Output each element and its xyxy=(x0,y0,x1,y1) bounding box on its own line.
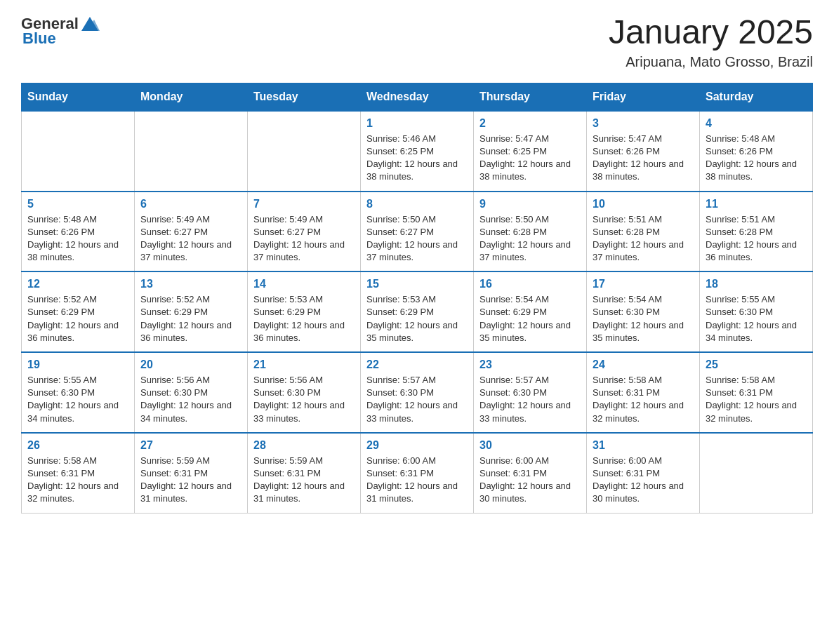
calendar-cell: 14Sunrise: 5:53 AMSunset: 6:29 PMDayligh… xyxy=(248,271,361,352)
day-number: 21 xyxy=(253,358,355,371)
day-number: 25 xyxy=(706,358,807,371)
day-number: 5 xyxy=(27,198,128,210)
day-info: Sunrise: 5:50 AMSunset: 6:27 PMDaylight:… xyxy=(366,213,468,264)
day-info: Sunrise: 5:55 AMSunset: 6:30 PMDaylight:… xyxy=(706,293,807,344)
day-info: Sunrise: 5:57 AMSunset: 6:30 PMDaylight:… xyxy=(479,374,581,425)
calendar-cell: 31Sunrise: 6:00 AMSunset: 6:31 PMDayligh… xyxy=(587,433,700,513)
day-info: Sunrise: 5:54 AMSunset: 6:30 PMDaylight:… xyxy=(593,293,694,344)
day-number: 28 xyxy=(253,439,355,452)
day-info: Sunrise: 6:00 AMSunset: 6:31 PMDaylight:… xyxy=(593,455,694,506)
week-row-4: 19Sunrise: 5:55 AMSunset: 6:30 PMDayligh… xyxy=(22,352,813,433)
calendar-cell: 21Sunrise: 5:56 AMSunset: 6:30 PMDayligh… xyxy=(248,352,361,433)
week-row-5: 26Sunrise: 5:58 AMSunset: 6:31 PMDayligh… xyxy=(22,433,813,513)
weekday-header-row: Sunday Monday Tuesday Wednesday Thursday… xyxy=(22,83,813,111)
calendar-cell: 27Sunrise: 5:59 AMSunset: 6:31 PMDayligh… xyxy=(135,433,248,513)
day-info: Sunrise: 5:59 AMSunset: 6:31 PMDaylight:… xyxy=(253,455,355,506)
day-number: 13 xyxy=(140,278,241,290)
logo-blue-text: Blue xyxy=(22,29,56,48)
day-info: Sunrise: 5:52 AMSunset: 6:29 PMDaylight:… xyxy=(140,293,241,344)
day-number: 24 xyxy=(593,358,694,371)
calendar-cell: 16Sunrise: 5:54 AMSunset: 6:29 PMDayligh… xyxy=(474,271,587,352)
day-info: Sunrise: 6:00 AMSunset: 6:31 PMDaylight:… xyxy=(479,455,581,506)
day-info: Sunrise: 5:49 AMSunset: 6:27 PMDaylight:… xyxy=(140,213,241,264)
header-wednesday: Wednesday xyxy=(361,83,474,111)
day-number: 11 xyxy=(706,198,807,210)
day-number: 18 xyxy=(706,278,807,290)
day-info: Sunrise: 5:58 AMSunset: 6:31 PMDaylight:… xyxy=(27,455,128,506)
page-header: General Blue January 2025 Aripuana, Mato… xyxy=(21,14,813,70)
day-number: 9 xyxy=(479,198,581,210)
day-info: Sunrise: 5:56 AMSunset: 6:30 PMDaylight:… xyxy=(253,374,355,425)
day-number: 23 xyxy=(479,358,581,371)
calendar-cell: 22Sunrise: 5:57 AMSunset: 6:30 PMDayligh… xyxy=(361,352,474,433)
day-info: Sunrise: 5:49 AMSunset: 6:27 PMDaylight:… xyxy=(253,213,355,264)
calendar-cell: 28Sunrise: 5:59 AMSunset: 6:31 PMDayligh… xyxy=(248,433,361,513)
day-info: Sunrise: 5:57 AMSunset: 6:30 PMDaylight:… xyxy=(366,374,468,425)
calendar-cell: 6Sunrise: 5:49 AMSunset: 6:27 PMDaylight… xyxy=(135,192,248,272)
header-thursday: Thursday xyxy=(474,83,587,111)
calendar-cell: 11Sunrise: 5:51 AMSunset: 6:28 PMDayligh… xyxy=(700,192,813,272)
day-number: 6 xyxy=(140,198,241,210)
calendar-cell: 25Sunrise: 5:58 AMSunset: 6:31 PMDayligh… xyxy=(700,352,813,433)
calendar-cell: 2Sunrise: 5:47 AMSunset: 6:25 PMDaylight… xyxy=(474,111,587,192)
calendar-cell: 20Sunrise: 5:56 AMSunset: 6:30 PMDayligh… xyxy=(135,352,248,433)
week-row-2: 5Sunrise: 5:48 AMSunset: 6:26 PMDaylight… xyxy=(22,192,813,272)
day-info: Sunrise: 5:53 AMSunset: 6:29 PMDaylight:… xyxy=(253,293,355,344)
day-info: Sunrise: 5:48 AMSunset: 6:26 PMDaylight:… xyxy=(706,133,807,184)
calendar-cell: 23Sunrise: 5:57 AMSunset: 6:30 PMDayligh… xyxy=(474,352,587,433)
calendar-cell: 29Sunrise: 6:00 AMSunset: 6:31 PMDayligh… xyxy=(361,433,474,513)
day-number: 26 xyxy=(27,439,128,452)
day-info: Sunrise: 5:48 AMSunset: 6:26 PMDaylight:… xyxy=(27,213,128,264)
day-info: Sunrise: 5:54 AMSunset: 6:29 PMDaylight:… xyxy=(479,293,581,344)
location-subtitle: Aripuana, Mato Grosso, Brazil xyxy=(609,54,813,70)
calendar-cell: 17Sunrise: 5:54 AMSunset: 6:30 PMDayligh… xyxy=(587,271,700,352)
header-sunday: Sunday xyxy=(22,83,135,111)
day-number: 27 xyxy=(140,439,241,452)
day-number: 29 xyxy=(366,439,468,452)
calendar-cell: 13Sunrise: 5:52 AMSunset: 6:29 PMDayligh… xyxy=(135,271,248,352)
day-number: 16 xyxy=(479,278,581,290)
logo-icon xyxy=(80,14,100,34)
header-saturday: Saturday xyxy=(700,83,813,111)
calendar-cell: 8Sunrise: 5:50 AMSunset: 6:27 PMDaylight… xyxy=(361,192,474,272)
calendar-cell: 9Sunrise: 5:50 AMSunset: 6:28 PMDaylight… xyxy=(474,192,587,272)
title-block: January 2025 Aripuana, Mato Grosso, Braz… xyxy=(609,14,813,70)
header-monday: Monday xyxy=(135,83,248,111)
day-info: Sunrise: 5:51 AMSunset: 6:28 PMDaylight:… xyxy=(706,213,807,264)
day-info: Sunrise: 5:58 AMSunset: 6:31 PMDaylight:… xyxy=(706,374,807,425)
calendar-cell xyxy=(248,111,361,192)
calendar-cell: 10Sunrise: 5:51 AMSunset: 6:28 PMDayligh… xyxy=(587,192,700,272)
day-number: 20 xyxy=(140,358,241,371)
day-number: 1 xyxy=(366,117,468,130)
day-number: 2 xyxy=(479,117,581,130)
day-number: 4 xyxy=(706,117,807,130)
day-number: 8 xyxy=(366,198,468,210)
logo: General Blue xyxy=(21,14,100,48)
calendar-cell: 15Sunrise: 5:53 AMSunset: 6:29 PMDayligh… xyxy=(361,271,474,352)
header-tuesday: Tuesday xyxy=(248,83,361,111)
calendar-cell xyxy=(22,111,135,192)
day-number: 12 xyxy=(27,278,128,290)
day-number: 3 xyxy=(593,117,694,130)
day-number: 14 xyxy=(253,278,355,290)
calendar-cell: 5Sunrise: 5:48 AMSunset: 6:26 PMDaylight… xyxy=(22,192,135,272)
calendar-cell: 24Sunrise: 5:58 AMSunset: 6:31 PMDayligh… xyxy=(587,352,700,433)
day-info: Sunrise: 5:47 AMSunset: 6:26 PMDaylight:… xyxy=(593,133,694,184)
day-info: Sunrise: 5:59 AMSunset: 6:31 PMDaylight:… xyxy=(140,455,241,506)
week-row-1: 1Sunrise: 5:46 AMSunset: 6:25 PMDaylight… xyxy=(22,111,813,192)
calendar-cell: 4Sunrise: 5:48 AMSunset: 6:26 PMDaylight… xyxy=(700,111,813,192)
day-info: Sunrise: 5:55 AMSunset: 6:30 PMDaylight:… xyxy=(27,374,128,425)
calendar-cell xyxy=(135,111,248,192)
day-number: 17 xyxy=(593,278,694,290)
calendar-cell: 19Sunrise: 5:55 AMSunset: 6:30 PMDayligh… xyxy=(22,352,135,433)
day-info: Sunrise: 5:52 AMSunset: 6:29 PMDaylight:… xyxy=(27,293,128,344)
day-info: Sunrise: 5:53 AMSunset: 6:29 PMDaylight:… xyxy=(366,293,468,344)
day-info: Sunrise: 5:51 AMSunset: 6:28 PMDaylight:… xyxy=(593,213,694,264)
day-info: Sunrise: 5:56 AMSunset: 6:30 PMDaylight:… xyxy=(140,374,241,425)
day-number: 31 xyxy=(593,439,694,452)
calendar-cell: 1Sunrise: 5:46 AMSunset: 6:25 PMDaylight… xyxy=(361,111,474,192)
calendar-table: Sunday Monday Tuesday Wednesday Thursday… xyxy=(21,83,813,514)
calendar-cell: 30Sunrise: 6:00 AMSunset: 6:31 PMDayligh… xyxy=(474,433,587,513)
day-info: Sunrise: 5:50 AMSunset: 6:28 PMDaylight:… xyxy=(479,213,581,264)
day-info: Sunrise: 5:46 AMSunset: 6:25 PMDaylight:… xyxy=(366,133,468,184)
